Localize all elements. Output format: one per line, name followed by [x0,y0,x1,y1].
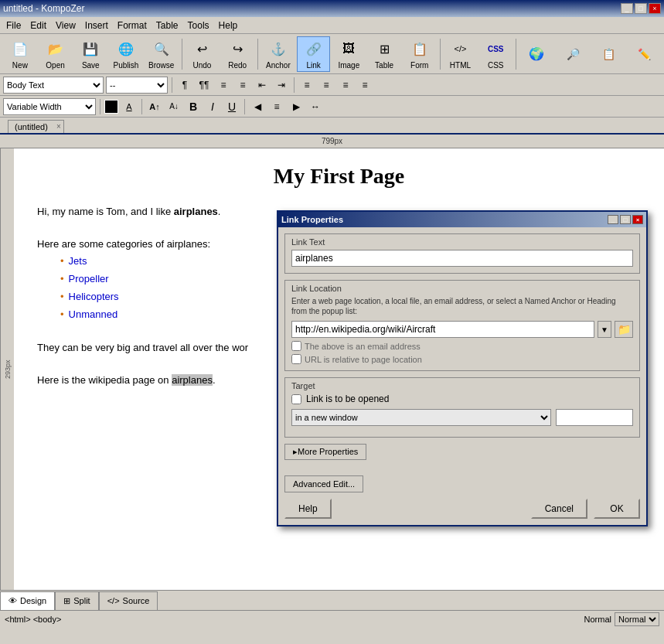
align-justify-btn[interactable]: ≡ [356,77,373,94]
open-button[interactable]: 📂 Open [39,36,73,72]
advanced-edit-button[interactable]: Advanced Edit... [284,475,363,492]
save-icon: 💾 [80,38,101,60]
bottom-bar: 👁 Design ⊞ Split </> Source [0,590,664,610]
menu-help[interactable]: Help [214,19,243,32]
url-row: ▼ 📁 [291,321,633,338]
tb2-sep-1 [172,77,172,93]
source-icon: </> [107,596,120,605]
paragraph-btn[interactable]: ¶ [176,77,193,94]
highlight-btn[interactable]: A [121,98,138,115]
source-tab[interactable]: </> Source [99,591,158,610]
align-full-2-btn[interactable]: ↔ [307,98,324,115]
relative-checkbox-row: URL is relative to page location [291,354,633,364]
align-right-2-btn[interactable]: ▶ [288,98,305,115]
maximize-button[interactable]: □ [635,3,647,14]
link-button[interactable]: 🔗 Link [297,36,331,72]
underline-btn[interactable]: U [223,98,240,115]
dialog-titlebar: Link Properties _ □ × [278,212,646,227]
image-button[interactable]: 🖼 Image [332,36,366,72]
design-tab[interactable]: 👁 Design [0,591,55,610]
toolbar-separator-3 [440,39,441,70]
document-tab-title: (untitled) [15,122,48,131]
new-button[interactable]: 📄 New [3,36,37,72]
page-content[interactable]: My First Page Hi, my name is Tom, and I … [14,148,664,590]
misc-btn-2[interactable]: 📋 [592,36,626,72]
table-button[interactable]: ⊞ Table [367,36,401,72]
menu-format[interactable]: Format [113,19,152,32]
misc-btn-3[interactable]: ✏️ [627,36,661,72]
dialog-minimize-btn[interactable]: _ [608,215,618,224]
globe-button[interactable]: 🌍 [519,36,553,72]
paragraph2-btn[interactable]: ¶¶ [196,77,213,94]
bottom-tabs: 👁 Design ⊞ Split </> Source [0,591,158,611]
design-icon: 👁 [9,596,17,605]
css-button[interactable]: CSS CSS [478,36,512,72]
dialog-close-btn[interactable]: × [632,215,643,224]
anchor-button[interactable]: ⚓ Anchor [261,36,295,72]
help-button[interactable]: Help [284,499,332,519]
menu-table[interactable]: Table [152,19,183,32]
target-name-input[interactable] [556,409,633,426]
align-right-btn[interactable]: ≡ [337,77,354,94]
minimize-button[interactable]: _ [621,3,633,14]
italic-btn[interactable]: I [204,98,221,115]
ok-button[interactable]: OK [594,499,640,519]
mode-select[interactable]: Normal [615,612,659,626]
font-size-up-btn[interactable]: A↑ [146,98,163,115]
color-swatch[interactable] [104,100,118,114]
list-ordered-btn[interactable]: ≡ [234,77,251,94]
style-select[interactable]: -- [106,77,168,94]
outdent-btn[interactable]: ⇤ [254,77,271,94]
dialog-maximize-btn[interactable]: □ [620,215,631,224]
close-button[interactable]: × [649,3,661,14]
document-tab[interactable]: (untitled) × [8,120,64,133]
email-checkbox[interactable] [291,341,301,351]
tb3-sep-3 [244,99,245,114]
misc-icon-1: 🔎 [563,43,584,65]
link-icon: 🔗 [303,38,325,60]
misc-btn-1[interactable]: 🔎 [557,36,591,72]
link-text-input[interactable] [291,250,633,267]
toolbar1: 📄 New 📂 Open 💾 Save 🌐 Publish 🔍 Browse ↩… [0,34,664,74]
form-button[interactable]: 📋 Form [403,36,437,72]
target-checkbox[interactable] [291,394,301,404]
menu-insert[interactable]: Insert [80,19,113,32]
redo-button[interactable]: ↪ Redo [220,36,254,72]
relative-checkbox[interactable] [291,354,301,364]
format-select[interactable]: Body Text [3,77,104,94]
document-tab-close[interactable]: × [56,122,61,131]
toolbar-separator-4 [516,39,516,70]
font-size-down-btn[interactable]: A↓ [165,98,182,115]
publish-button[interactable]: 🌐 Publish [109,36,143,72]
align-center-btn[interactable]: ≡ [318,77,335,94]
para4-pre: Here is the wikipedia page on [37,374,172,386]
more-properties-button[interactable]: ▸More Properties [284,444,366,460]
indent-btn[interactable]: ⇥ [273,77,290,94]
width-select[interactable]: Variable Width [3,98,96,115]
align-center-2-btn[interactable]: ≡ [268,98,285,115]
split-tab[interactable]: ⊞ Split [55,591,98,610]
target-window-select[interactable]: in a new window [291,409,551,426]
url-input[interactable] [291,321,594,338]
list-unordered-btn[interactable]: ≡ [215,77,232,94]
save-button[interactable]: 💾 Save [73,36,107,72]
align-left-2-btn[interactable]: ◀ [249,98,266,115]
tb2-sep-2 [294,77,295,93]
menu-tools[interactable]: Tools [183,19,214,32]
browse-button[interactable]: 🔍 Browse [145,36,179,72]
source-tab-label: Source [123,596,150,605]
cancel-button[interactable]: Cancel [531,499,587,519]
url-dropdown-btn[interactable]: ▼ [598,321,611,338]
align-left-btn[interactable]: ≡ [298,77,315,94]
ruler: 799px [0,135,664,148]
menu-file[interactable]: File [2,19,26,32]
bold-btn[interactable]: B [185,98,202,115]
url-folder-btn[interactable]: 📁 [615,321,633,338]
dialog-controls: _ □ × [608,215,643,224]
undo-button[interactable]: ↩ Undo [186,36,220,72]
menu-view[interactable]: View [51,19,80,32]
menu-edit[interactable]: Edit [26,19,51,32]
left-ruler-text: 293px [4,359,12,379]
html-button[interactable]: </> HTML [444,36,478,72]
toolbar-separator-2 [257,39,258,70]
